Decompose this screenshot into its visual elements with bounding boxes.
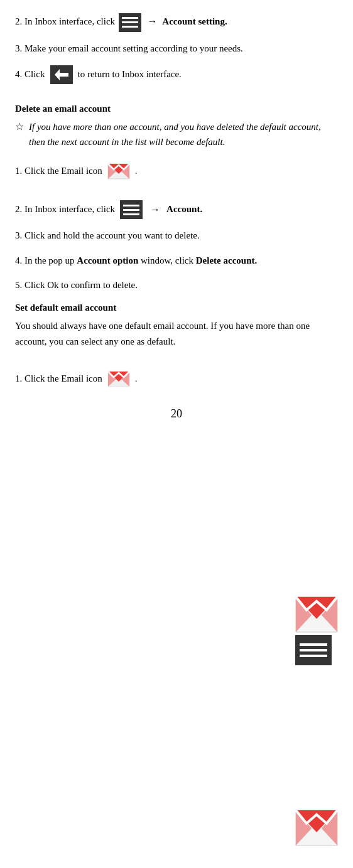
email-icon-1 (107, 162, 130, 181)
delete-step4-pre: 4. In the pop up (15, 255, 75, 265)
page-number: 20 (15, 407, 338, 421)
step2-text-pre: 2. In Inbox interface, click (15, 16, 115, 26)
bottom-icon-group-2 (295, 810, 338, 846)
delete-step-5: 5. Click Ok to confirm to delete. (15, 277, 338, 294)
menu-icon-2 (120, 200, 143, 219)
step-2-inbox: 2. In Inbox interface, click → Account s… (15, 13, 338, 32)
email-icon-large-2 (295, 810, 338, 846)
arrow-symbol-2: → (150, 201, 160, 218)
delete-step2-label: Account. (166, 204, 202, 214)
step-3: 3. Make your email account setting accor… (15, 41, 338, 57)
back-icon (50, 65, 73, 84)
default-section-title: Set default email account (15, 303, 338, 313)
delete-step-3: 3. Click and hold the account you want t… (15, 228, 338, 244)
default-desc: You should always have one default email… (15, 318, 338, 350)
delete-step-2: 2. In Inbox interface, click → Account. (15, 200, 338, 219)
delete-step4-mid: window, click (141, 255, 193, 265)
delete-step3-text: 3. Click and hold the account you want t… (15, 230, 200, 240)
bottom-icon-group-1 (295, 596, 338, 665)
step2-label: Account setting. (162, 16, 227, 26)
default-step1-post: . (135, 371, 138, 387)
default-step1-pre: 1. Click the Email icon (15, 371, 102, 387)
delete-step1-pre: 1. Click the Email icon (15, 163, 102, 179)
delete-section-title: Delete an email account (15, 104, 338, 114)
delete-step1-post: . (135, 163, 138, 179)
note-star: ☆ (15, 121, 24, 156)
step-4: 4. Click to return to Inbox interface. (15, 65, 338, 84)
email-icon-large-1 (295, 596, 338, 633)
delete-note: ☆ If you have more than one account, and… (15, 119, 338, 156)
default-step-1: 1. Click the Email icon . (15, 370, 338, 388)
delete-step4-bold1: Account option (77, 255, 138, 265)
svg-marker-0 (55, 69, 68, 80)
delete-step-4: 4. In the pop up Account option window, … (15, 253, 338, 269)
delete-step-1: 1. Click the Email icon . (15, 162, 338, 181)
arrow-symbol: → (148, 16, 158, 26)
note-italic-text: If you have more than one account, and y… (29, 119, 338, 149)
default-desc-text: You should always have one default email… (15, 321, 310, 347)
delete-step4-bold2: Delete account. (196, 255, 257, 265)
step4-text-post: to return to Inbox interface. (78, 67, 182, 83)
menu-icon-large-1 (295, 635, 332, 665)
step4-text-pre: 4. Click (15, 67, 45, 83)
step3-text: 3. Make your email account setting accor… (15, 43, 243, 53)
email-icon-2 (107, 370, 130, 388)
delete-step5-text: 5. Click Ok to confirm to delete. (15, 280, 138, 290)
menu-icon (119, 13, 141, 32)
delete-step2-pre: 2. In Inbox interface, click (15, 201, 115, 218)
